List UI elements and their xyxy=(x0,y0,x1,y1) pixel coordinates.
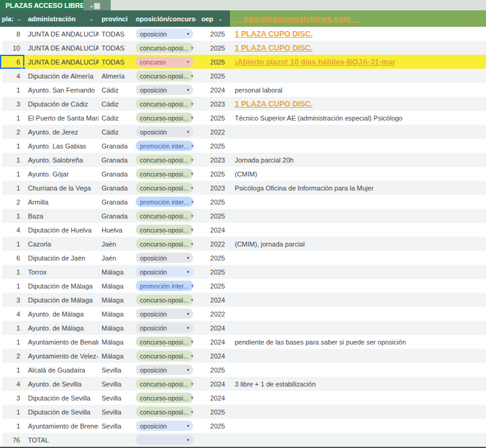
administracion-cell[interactable]: JUNTA DE ANDALUCÍA xyxy=(24,30,99,38)
administracion-cell[interactable]: Ayunto. de Málaga xyxy=(24,324,99,332)
tipo-cell[interactable]: concurso-oposi...▾ xyxy=(133,183,196,193)
administracion-cell[interactable]: JUNTA DE ANDALUCÍA xyxy=(24,58,99,66)
tipo-dropdown[interactable]: concurso-oposi...▾ xyxy=(136,71,193,81)
plazas-cell[interactable]: 1 xyxy=(0,212,24,220)
oep-cell[interactable]: 2025 xyxy=(196,58,230,66)
nota-cell[interactable]: (CMIM), jornada parcial xyxy=(230,240,486,248)
provincia-cell[interactable]: Málaga xyxy=(99,324,133,332)
tipo-cell[interactable]: oposición▾ xyxy=(133,421,196,431)
nota-cell[interactable]: Técnico Superior AE (administración espe… xyxy=(230,114,486,122)
oep-cell[interactable]: 2024 xyxy=(196,380,230,388)
plazas-cell[interactable]: 1 xyxy=(0,268,24,276)
plazas-cell[interactable]: 2 xyxy=(0,128,24,136)
tipo-dropdown[interactable]: promoción inter...▾ xyxy=(136,281,193,291)
administracion-cell[interactable]: El Puerto de Santa María xyxy=(24,114,99,122)
tipo-dropdown[interactable]: concurso-oposi...▾ xyxy=(136,169,193,179)
oep-cell[interactable]: 2022 xyxy=(196,310,230,318)
oep-cell[interactable]: 2024 xyxy=(196,394,230,402)
plazas-cell[interactable]: 3 xyxy=(0,296,24,304)
oep-cell[interactable]: 2025 xyxy=(196,268,230,276)
tipo-cell[interactable]: ▾ xyxy=(133,435,196,445)
plazas-cell[interactable]: 3 xyxy=(0,394,24,402)
tipo-cell[interactable]: concurso▾ xyxy=(133,57,196,67)
provincia-cell[interactable]: TODAS xyxy=(99,30,133,38)
administracion-cell[interactable]: Ayuntamiento de Benalmádena xyxy=(24,338,99,346)
tipo-dropdown[interactable]: concurso-oposi...▾ xyxy=(136,43,193,53)
oep-cell[interactable]: 2024 xyxy=(196,86,230,94)
administracion-cell[interactable]: Diputación de Cádiz xyxy=(24,100,99,108)
tipo-cell[interactable]: promoción inter...▾ xyxy=(133,141,196,151)
oep-cell[interactable]: 2024 xyxy=(196,352,230,360)
provincia-cell[interactable]: Málaga xyxy=(99,282,133,290)
tipo-dropdown[interactable]: concurso-oposi...▾ xyxy=(136,393,193,403)
tipo-cell[interactable]: concurso-oposi...▾ xyxy=(133,155,196,165)
provincia-cell[interactable]: Granada xyxy=(99,170,133,178)
tipo-dropdown[interactable]: concurso-oposi...▾ xyxy=(136,211,193,221)
tipo-cell[interactable]: concurso-oposi...▾ xyxy=(133,211,196,221)
oep-cell[interactable]: 2025 xyxy=(196,212,230,220)
tipo-dropdown[interactable]: oposición▾ xyxy=(136,29,193,39)
filter-chevron-icon[interactable]: ⌄ xyxy=(476,16,481,22)
tipo-dropdown[interactable]: concurso▾ xyxy=(136,57,193,67)
administracion-cell[interactable]: Ayunto. de Sevilla xyxy=(24,380,99,388)
oep-cell[interactable]: 2025 xyxy=(196,282,230,290)
filter-chevron-icon[interactable]: ⌄ xyxy=(17,16,22,22)
plazas-cell[interactable]: 6 xyxy=(0,254,24,262)
tipo-cell[interactable]: concurso-oposi...▾ xyxy=(133,71,196,81)
plazas-cell[interactable]: 1 xyxy=(0,408,24,416)
oep-cell[interactable]: 2025 xyxy=(196,30,230,38)
tipo-cell[interactable]: concurso-oposi...▾ xyxy=(133,225,196,235)
provincia-cell[interactable]: Málaga xyxy=(99,310,133,318)
plazas-cell[interactable]: 6 xyxy=(0,58,24,66)
plazas-cell[interactable]: 1 xyxy=(0,282,24,290)
tipo-dropdown[interactable]: concurso-oposi...▾ xyxy=(136,407,193,417)
plazas-cell[interactable]: 1 xyxy=(0,156,24,164)
oep-cell[interactable]: 2023 xyxy=(196,100,230,108)
plazas-cell[interactable]: 1 xyxy=(0,184,24,192)
nota-cell[interactable]: (CMIM) xyxy=(230,170,486,178)
tipo-cell[interactable]: oposición▾ xyxy=(133,267,196,277)
filter-chevron-icon[interactable]: ⌄ xyxy=(131,16,133,22)
tipo-cell[interactable]: oposición▾ xyxy=(133,323,196,333)
oep-cell[interactable]: 2024 xyxy=(196,324,230,332)
administracion-cell[interactable]: Diputación de Málaga xyxy=(24,296,99,304)
plazas-cell[interactable]: 1 xyxy=(0,422,24,430)
plazas-cell[interactable]: 4 xyxy=(0,226,24,234)
tipo-cell[interactable]: promoción inter...▾ xyxy=(133,281,196,291)
oep-cell[interactable]: 2022 xyxy=(196,240,230,248)
administracion-cell[interactable]: Ayunto. San Fernando xyxy=(24,86,99,94)
provincia-cell[interactable]: Granada xyxy=(99,142,133,150)
plazas-cell[interactable]: 76 xyxy=(0,436,24,444)
tipo-dropdown[interactable]: concurso-oposi...▾ xyxy=(136,225,193,235)
tipo-dropdown[interactable]: oposición▾ xyxy=(136,365,193,375)
plazas-cell[interactable]: 1 xyxy=(0,142,24,150)
administracion-cell[interactable]: Churriana de la Vega xyxy=(24,184,99,192)
administracion-cell[interactable]: Ayuntamiento de Velez-Málaga xyxy=(24,352,99,360)
tipo-dropdown[interactable]: concurso-oposi...▾ xyxy=(136,99,193,109)
psicologiaoposiciones-link[interactable]: __psicologiaoposiciones.com__ xyxy=(235,14,359,23)
administracion-cell[interactable]: Ayunto. de Málaga xyxy=(24,310,99,318)
provincia-cell[interactable]: Cádiz xyxy=(99,114,133,122)
plazas-cell[interactable]: 1 xyxy=(0,240,24,248)
plazas-cell[interactable]: 2 xyxy=(0,352,24,360)
tipo-dropdown[interactable]: oposición▾ xyxy=(136,267,193,277)
tipo-cell[interactable]: concurso-oposi...▾ xyxy=(133,239,196,249)
administracion-cell[interactable]: Diputación de Huelva xyxy=(24,226,99,234)
tab-table-view[interactable]: ▦ xyxy=(83,0,111,10)
administracion-cell[interactable]: Diputación de Almería xyxy=(24,72,99,80)
oep-cell[interactable]: 2024 xyxy=(196,296,230,304)
tipo-dropdown[interactable]: oposición▾ xyxy=(136,421,193,431)
oep-cell[interactable]: 2025 xyxy=(196,408,230,416)
oep-cell[interactable]: 2025 xyxy=(196,44,230,52)
provincia-cell[interactable]: Granada xyxy=(99,156,133,164)
plazas-cell[interactable]: 3 xyxy=(0,100,24,108)
administracion-cell[interactable]: Ayunto. de Jerez xyxy=(24,128,99,136)
plazas-cell[interactable]: 10 xyxy=(0,44,24,52)
nota-cell[interactable]: 3 libre + 1 de estabilización xyxy=(230,380,486,388)
tipo-cell[interactable]: concurso-oposi...▾ xyxy=(133,351,196,361)
tipo-cell[interactable]: oposición▾ xyxy=(133,85,196,95)
provincia-cell[interactable]: Sevilla xyxy=(99,394,133,402)
nota-cell[interactable]: personal laboral xyxy=(230,86,486,94)
oep-cell[interactable]: 2022 xyxy=(196,128,230,136)
provincia-cell[interactable]: Sevilla xyxy=(99,408,133,416)
